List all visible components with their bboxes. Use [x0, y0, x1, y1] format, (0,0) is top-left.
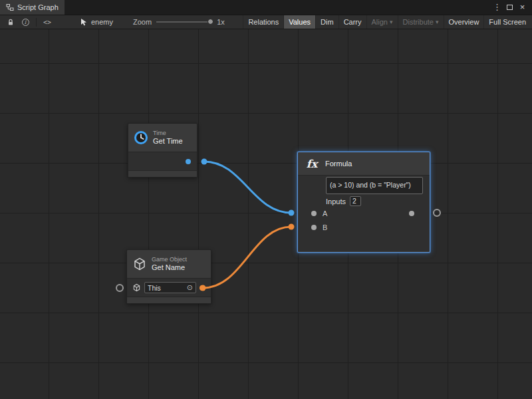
zoom-label: Zoom	[133, 18, 152, 26]
kebab-menu-icon[interactable]: ⋮	[491, 0, 503, 15]
edit-source-button[interactable]: <>	[40, 15, 55, 29]
node-title: Formula	[325, 160, 352, 168]
formula-inputs-row: Inputs 2	[326, 196, 423, 206]
formula-inputs-count-input[interactable]: 2	[350, 196, 361, 206]
graph-toolbar: i <> enemy Zoom 1x Relations Values Dim …	[0, 15, 532, 29]
code-icon: <>	[43, 19, 51, 26]
formula-port-row-a: A	[305, 206, 423, 220]
graph-breadcrumb[interactable]: enemy	[80, 18, 113, 26]
close-icon[interactable]: ×	[516, 0, 529, 15]
target-port-hollow[interactable]	[116, 284, 124, 292]
node-title: Get Time	[153, 137, 183, 146]
toolbar-button-values[interactable]: Values	[283, 15, 315, 29]
cube-icon	[132, 257, 147, 271]
node-footer	[127, 297, 211, 303]
zoom-value: 1x	[217, 18, 225, 26]
node-category: Time	[153, 130, 183, 137]
tab-title: Script Graph	[17, 3, 59, 11]
graph-canvas[interactable]: Time Get Time fx Formula (a > 10) and (b…	[0, 29, 532, 399]
formula-fx-icon: fx	[303, 158, 321, 170]
toolbar-button-align[interactable]: Align▾	[366, 15, 398, 29]
input-port-a[interactable]	[311, 211, 317, 216]
toolbar-button-relations[interactable]: Relations	[243, 15, 283, 29]
object-picker-icon[interactable]: ⊙	[187, 284, 193, 291]
toolbar-button-overview[interactable]: Overview	[444, 15, 484, 29]
node-get-time-header[interactable]: Time Get Time	[128, 124, 197, 152]
target-object-dropdown[interactable]: This ⊙	[144, 282, 196, 293]
inputs-label: Inputs	[326, 198, 346, 205]
node-formula-body: (a > 10) and (b = "Player") Inputs 2 A B	[298, 175, 430, 251]
dropdown-arrow-icon: ▾	[436, 19, 439, 25]
port-label-a: A	[323, 209, 327, 217]
toolbar-separator	[36, 18, 37, 27]
zoom-slider-handle[interactable]	[207, 19, 213, 25]
node-get-name-body: This ⊙	[127, 278, 211, 297]
graph-name: enemy	[91, 18, 113, 26]
formula-expression-input[interactable]: (a > 10) and (b = "Player")	[326, 177, 423, 194]
target-object-value: This	[148, 284, 161, 292]
script-graph-icon	[6, 3, 14, 11]
zoom-slider-track[interactable]	[156, 21, 212, 23]
info-button[interactable]: i	[18, 15, 33, 29]
tab-script-graph[interactable]: Script Graph	[0, 0, 65, 15]
node-titles: Time Get Time	[153, 130, 183, 146]
port-label-b: B	[323, 223, 327, 231]
node-category: Game Object	[152, 256, 187, 263]
node-get-name-header[interactable]: Game Object Get Name	[127, 250, 211, 278]
cube-icon-small	[132, 283, 141, 292]
script-graph-window: Script Graph ⋮ × i <> enemy	[0, 0, 532, 399]
output-port-result[interactable]	[409, 211, 414, 216]
wire-getname-to-formula-b[interactable]	[203, 227, 291, 288]
node-get-time[interactable]: Time Get Time	[128, 123, 198, 178]
toolbar-button-distribute[interactable]: Distribute▾	[398, 15, 444, 29]
window-controls: ⋮ ×	[491, 0, 532, 15]
result-port-hollow[interactable]	[433, 209, 441, 217]
graph-pointer-icon	[80, 18, 88, 26]
clock-icon	[134, 130, 148, 145]
wire-layer	[0, 29, 532, 399]
toolbar-buttons: Relations Values Dim Carry Align▾ Distri…	[243, 15, 532, 29]
formula-port-row-b: B	[305, 220, 423, 234]
output-port-time[interactable]	[186, 159, 191, 164]
lock-icon	[7, 18, 15, 26]
input-port-b[interactable]	[311, 225, 317, 230]
node-footer	[128, 170, 197, 177]
zoom-control: Zoom 1x	[133, 18, 225, 26]
node-titles: Game Object Get Name	[152, 256, 187, 272]
node-formula-header[interactable]: fx Formula	[298, 152, 430, 175]
node-formula[interactable]: fx Formula (a > 10) and (b = "Player") I…	[297, 152, 430, 253]
lock-button[interactable]	[3, 15, 18, 29]
info-icon: i	[22, 19, 29, 26]
maximize-box	[507, 5, 513, 10]
wire-gettime-to-formula-a[interactable]	[204, 162, 291, 213]
toolbar-button-dim[interactable]: Dim	[315, 15, 338, 29]
dropdown-arrow-icon: ▾	[390, 19, 393, 25]
node-title: Get Name	[152, 263, 187, 272]
maximize-icon[interactable]	[503, 0, 516, 15]
toolbar-button-carry[interactable]: Carry	[338, 15, 366, 29]
toolbar-button-fullscreen[interactable]: Full Screen	[483, 15, 531, 29]
node-get-time-body	[128, 152, 197, 170]
node-get-name[interactable]: Game Object Get Name This ⊙	[126, 249, 211, 304]
titlebar: Script Graph ⋮ ×	[0, 0, 532, 15]
formula-expression-text: (a > 10) and (b = "Player")	[330, 181, 411, 189]
